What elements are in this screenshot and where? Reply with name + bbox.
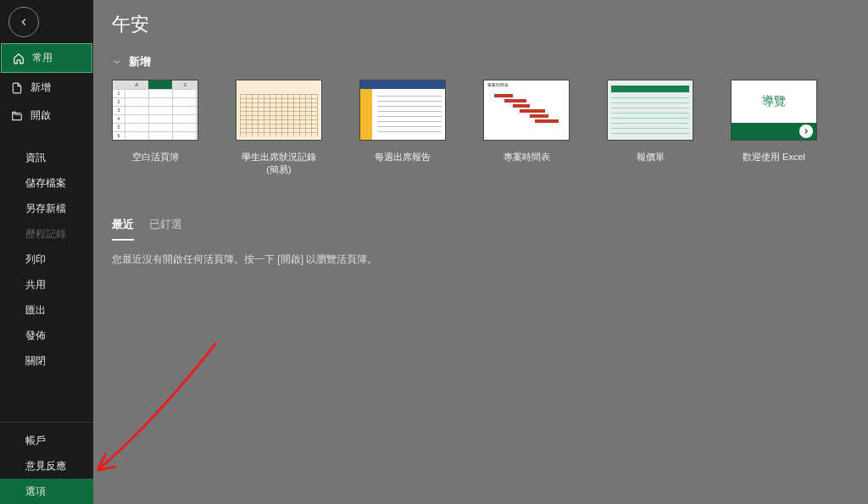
documents-tabs: 最近 已釘選: [112, 217, 849, 241]
sidebar-item-info[interactable]: 資訊: [0, 145, 93, 170]
template-label: 報價單: [607, 151, 693, 163]
sidebar-item-save[interactable]: 儲存檔案: [0, 170, 93, 196]
template-blank-workbook[interactable]: ABC 123456 空白活頁簿: [112, 80, 198, 176]
sidebar-item-open[interactable]: 開啟: [0, 102, 93, 130]
template-welcome-tour[interactable]: 導覽 歡迎使用 Excel: [731, 80, 817, 176]
sidebar-item-home[interactable]: 常用: [1, 43, 92, 73]
template-label: 專案時間表: [483, 151, 570, 163]
backstage-sidebar: 常用 新增 開啟 資訊 儲存檔案 另存新檔 歷程記錄 列印 共用 匯出 發佈 關…: [0, 0, 93, 504]
sidebar-primary-nav: 常用 新增 開啟: [0, 42, 93, 130]
template-label: 空白活頁簿: [112, 151, 198, 163]
recent-empty-message: 您最近沒有開啟任何活頁簿。按一下 [開啟] 以瀏覽活頁簿。: [112, 252, 849, 267]
folder-open-icon: [10, 110, 24, 122]
home-icon: [12, 53, 25, 64]
template-thumbnail: 導覽: [731, 80, 817, 141]
sidebar-item-new[interactable]: 新增: [0, 74, 93, 102]
sidebar-item-label: 開啟: [31, 108, 51, 123]
sidebar-item-close[interactable]: 關閉: [0, 348, 93, 374]
template-weekly-attendance[interactable]: 每週出席報告: [359, 80, 446, 176]
template-quote[interactable]: 報價單: [607, 80, 693, 176]
template-label: 歡迎使用 Excel: [731, 151, 817, 163]
greeting-heading: 午安: [112, 12, 849, 37]
template-thumbnail: 專案時間表: [483, 80, 570, 141]
sidebar-secondary-nav: 資訊 儲存檔案 另存新檔 歷程記錄 列印 共用 匯出 發佈 關閉: [0, 145, 93, 374]
tab-pinned[interactable]: 已釘選: [149, 217, 182, 241]
sidebar-item-account[interactable]: 帳戶: [0, 428, 93, 453]
sidebar-item-export[interactable]: 匯出: [0, 297, 93, 323]
file-icon: [10, 82, 24, 94]
template-attendance[interactable]: 學生出席狀況記錄 (簡易): [236, 80, 322, 176]
tab-recent[interactable]: 最近: [112, 217, 134, 241]
new-section-header[interactable]: 新增: [112, 54, 849, 69]
template-label: 每週出席報告: [359, 151, 446, 163]
sidebar-item-options[interactable]: 選項: [0, 479, 93, 504]
template-gallery: ABC 123456 空白活頁簿 學生出席狀況記錄 (簡易) 每週出席報告: [112, 80, 849, 176]
sidebar-item-label: 新增: [31, 80, 51, 95]
sidebar-item-history: 歷程記錄: [0, 221, 93, 246]
template-project-timeline[interactable]: 專案時間表 專案時間表: [483, 80, 570, 176]
template-thumbnail: [359, 80, 446, 141]
template-thumbnail: ABC 123456: [112, 80, 198, 141]
sidebar-item-save-as[interactable]: 另存新檔: [0, 196, 93, 221]
template-label: 學生出席狀況記錄 (簡易): [236, 151, 322, 176]
sidebar-item-share[interactable]: 共用: [0, 272, 93, 297]
sidebar-item-label: 常用: [32, 51, 53, 65]
main-panel: 午安 新增 ABC 123456 空白活頁簿 學生出席狀況記錄 (簡易): [93, 0, 868, 504]
sidebar-item-feedback[interactable]: 意見反應: [0, 453, 93, 479]
section-label: 新增: [129, 54, 151, 69]
sidebar-item-print[interactable]: 列印: [0, 246, 93, 272]
sidebar-bottom-nav: 帳戶 意見反應 選項: [0, 422, 93, 504]
sidebar-item-publish[interactable]: 發佈: [0, 323, 93, 348]
template-thumbnail: [607, 80, 693, 141]
chevron-down-icon: [112, 57, 122, 67]
template-thumbnail: [236, 80, 322, 141]
arrow-left-icon: [18, 16, 30, 28]
back-button[interactable]: [8, 7, 39, 37]
arrow-right-icon: [799, 125, 813, 138]
